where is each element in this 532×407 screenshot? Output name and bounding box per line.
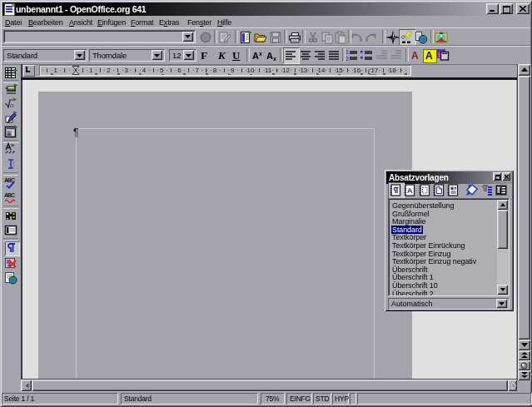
svg-text:A: A — [407, 186, 413, 195]
svg-text:a: a — [10, 101, 14, 109]
svg-text:ABC: ABC — [4, 192, 15, 198]
svg-text:1: 1 — [346, 49, 349, 55]
svg-text:2: 2 — [346, 56, 349, 62]
